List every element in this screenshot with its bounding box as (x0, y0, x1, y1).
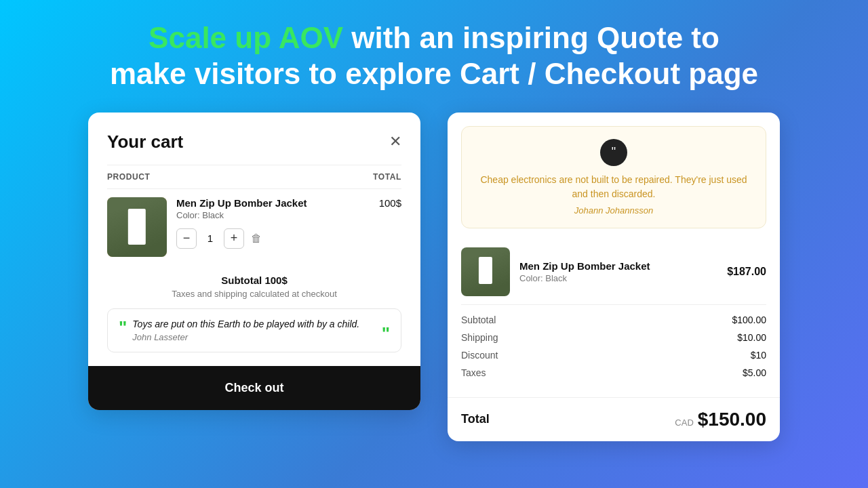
headline-line2: make visitors to explore Cart / Checkout… (110, 57, 758, 90)
quote-icon: " (612, 145, 616, 159)
total-label: Total (461, 412, 490, 426)
headline-aov: AOV (279, 21, 343, 54)
delete-item-button[interactable]: 🗑 (251, 232, 262, 245)
quantity-controls: − 1 + 🗑 (176, 228, 370, 249)
product-name: Men Zip Up Bomber Jacket (176, 197, 370, 209)
discount-label: Discount (461, 350, 498, 361)
total-amount: $150.00 (698, 409, 766, 430)
cart-header: Your cart ✕ (107, 131, 401, 152)
increase-qty-button[interactable]: + (224, 228, 244, 249)
checkout-total-row: Total CAD $150.00 (448, 397, 780, 441)
product-color: Color: Black (176, 210, 370, 220)
quote-text-block: Toys are put on this Earth to be played … (132, 319, 376, 342)
checkout-product-price: $187.00 (727, 266, 766, 278)
checkout-item-row: Men Zip Up Bomber Jacket Color: Black $1… (448, 239, 780, 304)
cards-row: Your cart ✕ PRODUCT TOTAL Men Zip Up Bom… (0, 113, 868, 441)
checkout-quote-text: Cheap electronics are not built to be re… (475, 173, 752, 201)
jacket-illustration (107, 197, 167, 257)
subtotal-value: $100.00 (732, 314, 766, 325)
checkout-product-details: Men Zip Up Bomber Jacket Color: Black (519, 260, 717, 283)
cart-columns: PRODUCT TOTAL (107, 165, 401, 188)
checkout-product-name: Men Zip Up Bomber Jacket (519, 260, 717, 272)
cart-subtotal: Subtotal 100$ (107, 265, 401, 289)
product-image (107, 197, 167, 257)
quote-open-icon: " (119, 319, 127, 336)
shipping-label: Shipping (461, 332, 498, 343)
headline-highlight: Scale up (149, 21, 279, 54)
shipping-value: $10.00 (737, 332, 766, 343)
checkout-button[interactable]: Check out (88, 366, 420, 410)
checkout-quote-banner: " Cheap electronics are not built to be … (461, 126, 766, 228)
col-total: TOTAL (373, 172, 401, 182)
total-value: CAD $150.00 (675, 409, 766, 430)
checkout-quote-author: Johann Johannsson (475, 205, 752, 216)
decrease-qty-button[interactable]: − (176, 228, 197, 249)
taxes-label: Taxes (461, 367, 486, 378)
taxes-value: $5.00 (743, 367, 766, 378)
checkout-card: " Cheap electronics are not built to be … (448, 113, 780, 441)
quote-author: John Lasseter (132, 332, 376, 342)
subtotal-label: Subtotal (461, 314, 496, 325)
discount-line: Discount $10 (461, 350, 766, 361)
quantity-value: 1 (203, 232, 217, 244)
subtotal-line: Subtotal $100.00 (461, 314, 766, 325)
quote-icon-circle: " (600, 139, 627, 166)
checkout-product-color: Color: Black (519, 273, 717, 283)
cart-card: Your cart ✕ PRODUCT TOTAL Men Zip Up Bom… (88, 113, 420, 410)
headline-part2: with an inspiring Quote to (343, 21, 719, 54)
checkout-product-image (461, 247, 510, 296)
cart-note: Taxes and shipping calculated at checkou… (107, 289, 401, 299)
checkout-totals: Subtotal $100.00 Shipping $10.00 Discoun… (448, 305, 780, 394)
quote-text: Toys are put on this Earth to be played … (132, 319, 376, 329)
close-button[interactable]: ✕ (389, 134, 401, 149)
total-currency: CAD (675, 418, 693, 428)
cart-title: Your cart (107, 131, 183, 152)
discount-value: $10 (751, 350, 766, 361)
quote-close-icon: " (382, 325, 390, 342)
cart-item-row: Men Zip Up Bomber Jacket Color: Black − … (107, 188, 401, 265)
product-details: Men Zip Up Bomber Jacket Color: Black − … (176, 197, 370, 249)
col-product: PRODUCT (107, 172, 151, 182)
product-price: 100$ (379, 197, 401, 209)
cart-quote-section: " Toys are put on this Earth to be playe… (107, 308, 401, 352)
headline: Scale up AOV with an inspiring Quote to … (83, 20, 785, 92)
taxes-line: Taxes $5.00 (461, 367, 766, 378)
shipping-line: Shipping $10.00 (461, 332, 766, 343)
